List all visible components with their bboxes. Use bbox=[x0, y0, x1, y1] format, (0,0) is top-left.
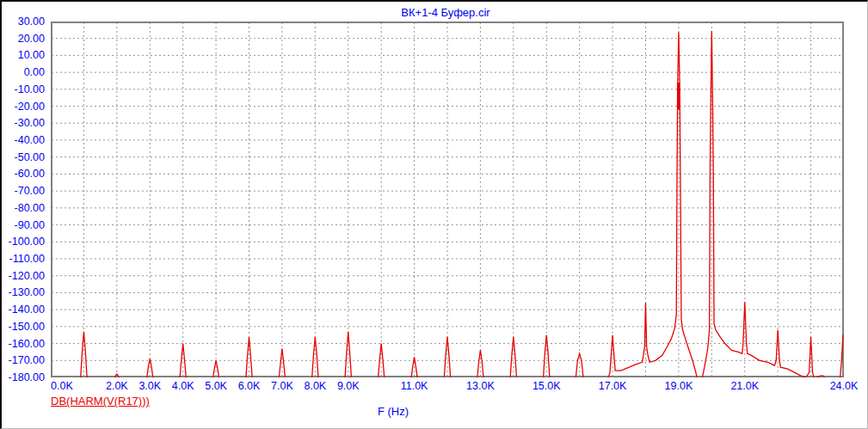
y-tick-label: -160.00 bbox=[0, 338, 45, 350]
y-tick-label: 10.00 bbox=[0, 49, 45, 61]
x-tick-label: 2.0K bbox=[106, 380, 128, 392]
x-tick-label: 15.0K bbox=[532, 380, 561, 392]
x-tick-label: 11.0K bbox=[401, 380, 428, 392]
x-tick-label: 5.0K bbox=[205, 380, 227, 392]
y-tick-label: -140.00 bbox=[0, 303, 45, 316]
y-tick-label: -70.00 bbox=[0, 185, 45, 197]
x-axis-title: F (Hz) bbox=[378, 405, 409, 418]
x-tick-label: 6.0K bbox=[238, 380, 261, 392]
y-tick-label: -50.00 bbox=[0, 151, 45, 163]
x-tick-label: 3.0K bbox=[139, 380, 161, 392]
x-tick-label: 13.0K bbox=[466, 380, 495, 392]
y-tick-label: -120.00 bbox=[0, 270, 45, 282]
y-tick-label: -10.00 bbox=[0, 83, 45, 95]
y-tick-label: -130.00 bbox=[0, 286, 45, 298]
x-tick-label: 19.0K bbox=[665, 380, 693, 392]
y-tick-label: -20.00 bbox=[0, 101, 45, 113]
x-tick-label: 21.0K bbox=[730, 380, 759, 392]
y-tick-label: -40.00 bbox=[0, 134, 45, 146]
y-tick-label: -60.00 bbox=[0, 168, 45, 180]
y-tick-label: 30.00 bbox=[0, 15, 45, 28]
spectrum-trace bbox=[51, 31, 843, 377]
y-tick-label: -30.00 bbox=[0, 117, 45, 129]
y-tick-label: 20.00 bbox=[0, 33, 45, 45]
y-tick-label: -90.00 bbox=[0, 219, 45, 231]
y-tick-label: -110.00 bbox=[0, 253, 45, 265]
chart-title: ВК+1-4 Буфер.cir bbox=[401, 6, 489, 19]
x-tick-label: 17.0K bbox=[599, 380, 627, 392]
legend-waveform-expression[interactable]: DB(HARM(V(R17))) bbox=[51, 395, 150, 408]
y-tick-label: 0.00 bbox=[0, 66, 45, 78]
y-tick-label: -180.00 bbox=[0, 371, 45, 383]
x-tick-label: 0.0K bbox=[51, 380, 73, 392]
y-tick-label: -100.00 bbox=[0, 236, 45, 248]
microcap-plot-window: ВК+1-4 Буфер.cir 30.0020.0010.000.00-10.… bbox=[0, 0, 868, 429]
y-tick-label: -170.00 bbox=[0, 354, 45, 366]
x-tick-label: 4.0K bbox=[172, 380, 194, 392]
x-tick-label: 24.0K bbox=[830, 380, 859, 392]
y-tick-label: -80.00 bbox=[0, 202, 45, 214]
x-tick-label: 9.0K bbox=[337, 380, 360, 392]
y-tick-label: -150.00 bbox=[0, 321, 45, 333]
x-tick-label: 8.0K bbox=[304, 380, 326, 392]
x-tick-label: 7.0K bbox=[271, 380, 293, 392]
plot-canvas[interactable] bbox=[51, 21, 844, 377]
